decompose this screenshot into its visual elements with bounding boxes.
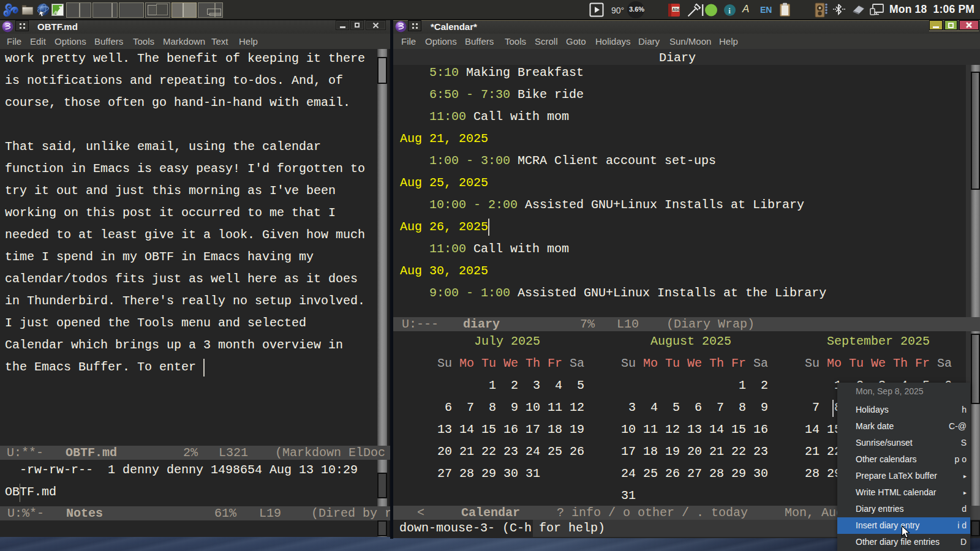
svg-text:Abc: Abc [673,7,680,12]
svg-text:i: i [728,6,731,15]
